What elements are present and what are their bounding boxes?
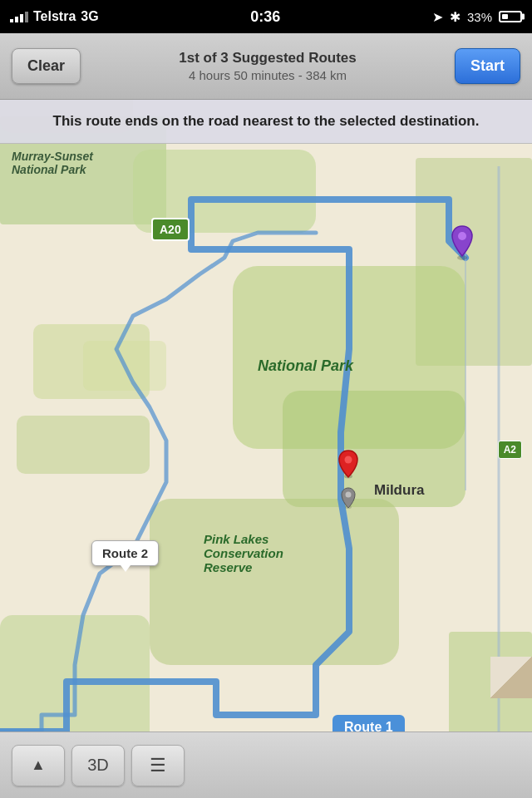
- start-button[interactable]: Start: [455, 48, 520, 84]
- svg-point-7: [346, 492, 352, 498]
- destination-pin: [451, 224, 474, 264]
- threed-button[interactable]: 3D: [71, 745, 125, 786]
- status-left: Telstra 3G: [10, 9, 99, 24]
- park-small2: [17, 416, 150, 474]
- svg-point-3: [458, 232, 466, 240]
- time-label: 0:36: [250, 8, 280, 26]
- signal-bars: [10, 12, 28, 22]
- clear-button[interactable]: Clear: [12, 48, 81, 84]
- highway-a2-label: A2: [498, 441, 522, 459]
- waypoint-pin: [341, 487, 356, 512]
- network-label: 3G: [81, 9, 98, 24]
- bottom-toolbar: ▲ 3D ☰: [0, 732, 532, 798]
- carrier-label: Telstra: [33, 9, 76, 24]
- route2-label[interactable]: Route 2: [91, 540, 159, 566]
- nav-center: 1st of 3 Suggested Routes 4 hours 50 min…: [91, 50, 445, 82]
- list-icon: ☰: [150, 755, 166, 776]
- page-curl: [490, 657, 532, 698]
- compass-button[interactable]: ▲: [12, 745, 65, 786]
- info-message: This route ends on the road nearest to t…: [17, 111, 515, 131]
- park-pink-lakes: [150, 499, 399, 665]
- battery-icon: [499, 11, 522, 22]
- status-right: ➤ ✱ 33%: [432, 9, 522, 25]
- threed-label: 3D: [87, 756, 109, 775]
- compass-icon: ▲: [31, 756, 46, 774]
- current-location-pin: [337, 449, 359, 482]
- route-title: 1st of 3 Suggested Routes: [91, 50, 445, 66]
- status-bar: Telstra 3G 0:36 ➤ ✱ 33%: [0, 0, 532, 33]
- location-icon: ➤: [432, 9, 443, 25]
- list-button[interactable]: ☰: [131, 745, 185, 786]
- highway-a20-label: A20: [151, 218, 190, 241]
- park-small3: [83, 341, 166, 391]
- route-detail: 4 hours 50 minutes - 384 km: [91, 68, 445, 82]
- bluetooth-icon: ✱: [450, 9, 461, 25]
- park-mildura: [283, 391, 466, 507]
- battery-percent: 33%: [467, 10, 492, 24]
- nav-bar: Clear 1st of 3 Suggested Routes 4 hours …: [0, 33, 532, 100]
- svg-point-5: [345, 456, 352, 464]
- info-banner: This route ends on the road nearest to t…: [0, 100, 532, 144]
